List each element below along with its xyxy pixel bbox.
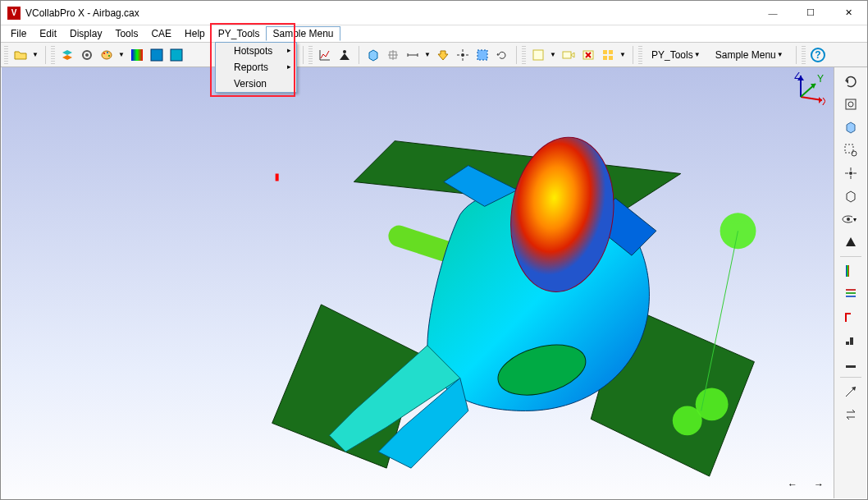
help-button[interactable]: ? [809,46,827,64]
svg-text:Y: Y [817,73,824,85]
up-button[interactable] [840,232,861,253]
palette-button[interactable] [98,46,116,64]
palette-dropdown-icon[interactable]: ▼ [118,51,126,58]
svg-point-1 [85,53,89,57]
layers-button[interactable] [58,46,76,64]
svg-rect-56 [846,342,849,345]
measure-button[interactable] [404,46,422,64]
svg-point-29 [673,406,702,435]
toolbar-grip[interactable] [522,46,526,64]
step-button[interactable] [840,329,861,351]
menu-py-tools[interactable]: PY_Tools [212,26,267,41]
toolbar-py-tools[interactable]: PY_Tools▼ [646,46,708,64]
settings-gear-button[interactable] [78,46,96,64]
explode-button[interactable] [434,46,452,64]
menu-edit[interactable]: Edit [33,26,63,41]
center-button[interactable] [840,163,861,184]
vector-button[interactable] [840,381,861,402]
svg-rect-13 [477,50,487,60]
menu-tools[interactable]: Tools [108,26,144,41]
select-area-button[interactable] [473,46,491,64]
toolbar-grip[interactable] [51,46,55,64]
open-file-button[interactable] [11,46,30,64]
menu-display[interactable]: Display [63,26,108,41]
delete-note-button[interactable] [579,46,597,64]
fit-button[interactable] [840,94,861,115]
sample-menu-dropdown: Hotspots ▸ Reports ▸ Version [215,42,297,93]
svg-rect-20 [609,56,613,60]
toolbar-text-label: Sample Menu [715,49,776,61]
menu-item-hotspots[interactable]: Hotspots ▸ [216,43,296,59]
iso-view-button[interactable] [840,117,861,138]
min-button[interactable] [840,352,861,374]
scene-render [2,67,834,498]
rotate-button[interactable] [840,71,861,92]
svg-point-2 [102,51,112,59]
swap-button[interactable] [840,404,861,425]
refresh-button[interactable] [493,46,511,64]
window-title: VCollabPro X - Airbag.cax [25,7,139,19]
svg-point-50 [847,218,850,221]
axis-triad: X Z Y [793,72,825,105]
view-nav-arrows: ← → [788,479,824,490]
perspective-button[interactable] [840,186,861,207]
svg-point-3 [103,53,105,54]
window1-button[interactable] [148,46,166,64]
svg-point-10 [343,50,346,53]
toolbar-grip[interactable] [638,46,642,64]
chevron-down-icon: ▾ [853,216,860,223]
chevron-down-icon: ▼ [777,51,785,58]
bars-button[interactable] [840,283,861,305]
note-dropdown-icon[interactable]: ▼ [550,51,558,58]
visibility-button[interactable]: ▾ [840,209,861,230]
deform-button[interactable] [840,306,861,328]
menu-item-label: Reports [234,62,268,73]
svg-rect-7 [151,49,162,61]
box-button[interactable] [364,46,382,64]
pick-button[interactable] [454,46,472,64]
app-logo: V [7,7,21,20]
contour-button[interactable] [128,46,146,64]
section-button[interactable] [384,46,402,64]
chart-button[interactable] [316,46,334,64]
toolbar-grip[interactable] [802,46,806,64]
right-toolbar: ▾ [834,67,866,498]
marker-button[interactable] [336,46,354,64]
menu-help[interactable]: Help [178,26,212,41]
submenu-arrow-icon: ▸ [287,46,291,54]
note-button[interactable] [529,46,547,64]
next-view-button[interactable]: → [814,479,824,490]
close-button[interactable]: ✕ [829,1,867,25]
svg-text:X: X [822,96,825,105]
svg-rect-57 [850,337,853,345]
svg-point-48 [849,172,852,175]
prev-view-button[interactable]: ← [788,479,797,490]
toolbar-sample-menu[interactable]: Sample Menu▼ [710,46,791,64]
menu-item-label: Version [234,78,267,89]
grid-button[interactable] [599,46,617,64]
menu-item-version[interactable]: Version [216,76,296,92]
open-dropdown-icon[interactable]: ▼ [32,51,40,58]
window2-button[interactable] [167,46,185,64]
minimize-button[interactable]: — [754,1,792,25]
svg-text:Z: Z [794,72,800,81]
svg-marker-51 [846,237,856,246]
submenu-arrow-icon: ▸ [287,62,291,71]
maximize-button[interactable]: ☐ [792,1,829,25]
svg-rect-14 [533,50,543,60]
svg-rect-54 [846,292,856,294]
measure-dropdown-icon[interactable]: ▼ [424,51,432,58]
viewport-3d[interactable]: X Z Y ← → [2,67,834,498]
toolbar-grip[interactable] [4,46,8,64]
grid-dropdown-icon[interactable]: ▼ [619,51,628,58]
svg-text:?: ? [815,49,820,61]
svg-point-12 [461,53,464,57]
menu-item-reports[interactable]: Reports ▸ [216,59,296,76]
zoom-window-button[interactable] [840,140,861,161]
label-button[interactable] [560,46,578,64]
menu-file[interactable]: File [4,26,33,41]
menu-cae[interactable]: CAE [144,26,178,41]
legend-button[interactable] [840,260,861,282]
toolbar-grip[interactable] [308,46,313,64]
menu-sample-menu[interactable]: Sample Menu [266,26,340,41]
